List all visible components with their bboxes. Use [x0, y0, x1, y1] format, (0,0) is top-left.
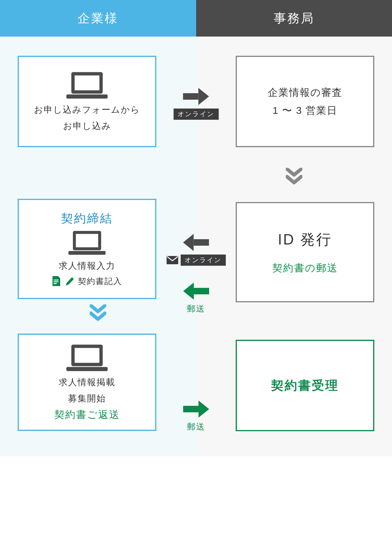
badge-online: オンライン	[181, 255, 226, 266]
company-step3-line1: 求人情報掲載	[59, 375, 115, 389]
down-chevrons-right	[214, 152, 375, 202]
document-icon	[52, 276, 61, 287]
company-step1-line1: お申し込みフォームから	[34, 103, 140, 116]
header-left: 企業様	[0, 0, 196, 37]
connector-2a: オンライン	[166, 233, 226, 266]
company-step1-card: お申し込みフォームから お申し込み	[18, 56, 156, 147]
office-step2-title: ID 発行	[278, 230, 332, 250]
header-right: 事務局	[196, 0, 392, 37]
badge-online: オンライン	[173, 109, 219, 120]
company-step2-contract-row: 契約書記入	[52, 275, 122, 288]
connector-3: 郵送	[181, 399, 211, 432]
office-step3-card: 契約書受理	[236, 340, 374, 431]
office-step1-card: 企業情報の審査 1 〜 3 営業日	[236, 56, 374, 147]
laptop-icon	[68, 229, 106, 256]
arrow-right-icon	[181, 87, 211, 106]
company-step2-card: 契約締結 求人情報入力 契約書記入	[18, 199, 156, 299]
company-step2-line1: 求人情報入力	[59, 259, 115, 272]
office-step1-line2: 1 〜 3 営業日	[273, 103, 337, 118]
envelope-icon	[166, 256, 178, 264]
connector-1: オンライン	[173, 87, 219, 120]
down-chevrons-left	[18, 299, 178, 332]
company-step3-line3: 契約書ご返送	[54, 408, 120, 421]
office-step3-title: 契約書受理	[271, 377, 339, 394]
arrow-left-icon	[181, 281, 211, 301]
company-step1-line2: お申し込み	[63, 119, 111, 132]
header: 企業様 事務局	[0, 0, 392, 37]
connector-2b: 郵送	[181, 281, 211, 314]
laptop-icon	[66, 343, 108, 373]
chevrons-down-icon	[90, 304, 106, 321]
label-mail: 郵送	[187, 303, 205, 314]
badge-online-with-mail: オンライン	[166, 255, 226, 266]
company-step3-card: 求人情報掲載 募集開始 契約書ご返送	[18, 334, 156, 431]
company-step2-line2: 契約書記入	[78, 275, 122, 288]
arrow-right-icon	[181, 399, 211, 419]
label-mail: 郵送	[187, 421, 205, 432]
office-step1-line1: 企業情報の審査	[268, 85, 342, 100]
pen-icon	[65, 277, 74, 286]
laptop-icon	[66, 70, 108, 100]
company-step2-title: 契約締結	[61, 210, 113, 227]
arrow-left-icon	[181, 233, 211, 252]
chevrons-down-icon	[286, 168, 302, 184]
office-step2-line1: 契約書の郵送	[272, 261, 338, 275]
office-step2-card: ID 発行 契約書の郵送	[236, 202, 374, 302]
company-step3-line2: 募集開始	[68, 392, 106, 405]
